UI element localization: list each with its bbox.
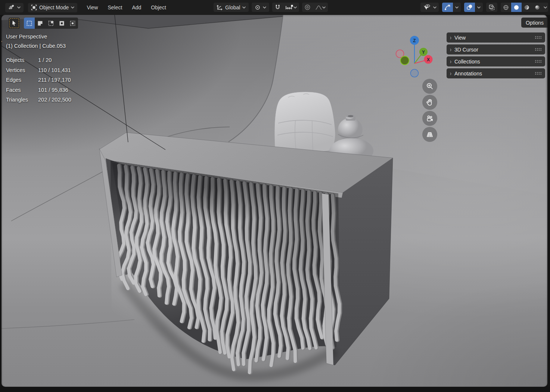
gizmo-arrow-icon (444, 4, 451, 10)
overlays-group (464, 3, 483, 12)
chevron-down-icon (17, 6, 21, 9)
shading-wireframe-button[interactable] (501, 3, 511, 12)
shading-mode-group (501, 3, 548, 12)
gizmos-dropdown[interactable] (453, 3, 461, 12)
stat-label: Vertices (6, 67, 38, 73)
visibility-eye-cursor-icon (423, 4, 431, 10)
stat-value: 202 / 202,500 (38, 97, 71, 103)
menu-view[interactable]: View (82, 3, 103, 12)
orientation-axes-icon (217, 4, 223, 10)
shading-dropdown[interactable] (543, 3, 548, 12)
stat-label: Faces (6, 87, 38, 93)
xray-toggle[interactable] (486, 3, 497, 12)
drag-grip-icon[interactable] (535, 72, 542, 75)
magnet-icon (274, 4, 281, 10)
rendered-sphere-icon (534, 4, 540, 11)
falloff-dropdown[interactable] (313, 3, 328, 12)
chevron-down-icon (293, 6, 297, 9)
stat-label: Objects (6, 57, 38, 63)
sidebar-panel-tabs: › View › 3D Cursor › Collections › Annot… (447, 32, 545, 80)
stat-value: 211 / 197,170 (38, 77, 71, 83)
chevron-down-icon (242, 6, 246, 9)
object-visibility-dropdown[interactable] (420, 3, 439, 12)
overlays-icon (466, 4, 473, 10)
sidebar-tab-collections[interactable]: › Collections (447, 56, 545, 66)
hand-icon (426, 98, 434, 106)
options-button[interactable]: Options (521, 18, 548, 28)
proportional-edit-toggle[interactable] (302, 3, 313, 12)
3d-viewport-editor-icon (8, 4, 15, 10)
transform-orientation-dropdown[interactable]: Global (214, 3, 249, 12)
grid-perspective-toggle-button[interactable] (422, 127, 437, 142)
stat-value: 101 / 95,836 (38, 87, 71, 93)
shading-solid-button[interactable] (511, 3, 522, 12)
active-tool-tweak-button[interactable] (9, 18, 20, 29)
stat-label: Triangles (6, 97, 38, 103)
expand-chevron-icon: › (450, 34, 451, 41)
pivot-point-icon (255, 4, 261, 10)
gizmo-axis-x[interactable]: X (424, 55, 433, 64)
chevron-down-icon (544, 6, 547, 9)
window-bottom-bar (0, 387, 550, 392)
drag-grip-icon[interactable] (535, 36, 542, 39)
editor-type-button[interactable] (5, 3, 24, 12)
gizmo-axis-neg-y[interactable] (401, 56, 409, 65)
select-intersect-button[interactable] (67, 18, 78, 29)
expand-chevron-icon: › (450, 46, 451, 53)
stat-label: Edges (6, 77, 38, 83)
select-mode-group (24, 18, 78, 29)
breadcrumb: (1) Collection | Cube.053 (6, 41, 71, 51)
gizmo-axis-y[interactable]: Y (419, 48, 428, 56)
orientation-label: Global (225, 4, 240, 10)
expand-chevron-icon: › (450, 70, 451, 77)
solid-sphere-icon (513, 4, 519, 11)
proportional-circle-icon (304, 4, 311, 10)
stat-value: 110 / 101,431 (38, 67, 71, 73)
select-intersect-icon (70, 21, 75, 26)
drag-grip-icon[interactable] (535, 48, 542, 51)
shading-material-button[interactable] (522, 3, 532, 12)
select-subtract-button[interactable] (46, 18, 56, 29)
shading-rendered-button[interactable] (532, 3, 543, 12)
chevron-down-icon (433, 6, 436, 9)
falloff-curve-icon (315, 4, 322, 10)
select-subtract-icon (48, 21, 54, 26)
select-invert-button[interactable] (56, 18, 67, 29)
expand-chevron-icon: › (450, 58, 451, 65)
sidebar-tab-label: View (454, 35, 466, 41)
select-set-icon (27, 21, 32, 26)
chevron-down-icon (71, 6, 74, 9)
viewport-right-border (547, 15, 550, 387)
show-overlays-toggle[interactable] (464, 3, 475, 12)
show-gizmos-toggle[interactable] (442, 3, 453, 12)
select-box-set-button[interactable] (24, 18, 35, 29)
pan-button[interactable] (422, 95, 437, 110)
sidebar-tab-label: Collections (454, 59, 480, 65)
select-extend-button[interactable] (35, 18, 46, 29)
menu-object[interactable]: Object (146, 3, 171, 12)
snap-toggle-button[interactable] (272, 3, 283, 12)
drag-grip-icon[interactable] (535, 60, 542, 63)
gizmo-axis-neg-z[interactable] (411, 69, 419, 77)
gizmo-axis-z[interactable]: Z (410, 36, 419, 45)
pivot-point-dropdown[interactable] (252, 3, 269, 12)
viewport-stats-overlay: User Perspective (1) Collection | Cube.0… (6, 32, 71, 103)
zoom-button[interactable] (422, 79, 437, 94)
magnifier-plus-icon (426, 82, 434, 90)
mode-label: Object Mode (39, 4, 69, 10)
menu-select[interactable]: Select (103, 3, 127, 12)
mode-dropdown[interactable]: Object Mode (28, 3, 77, 12)
sidebar-tab-3d-cursor[interactable]: › 3D Cursor (447, 44, 545, 55)
menu-add[interactable]: Add (127, 3, 146, 12)
camera-view-button[interactable] (422, 111, 437, 126)
sidebar-tab-annotations[interactable]: › Annotations (447, 68, 545, 78)
svg-text:Z: Z (413, 38, 416, 43)
navigation-gizmo[interactable]: Z Y X (391, 35, 438, 81)
sidebar-tab-view[interactable]: › View (447, 32, 545, 43)
cursor-arrow-icon (12, 20, 17, 26)
select-invert-icon (59, 21, 65, 26)
desk[interactable] (86, 127, 396, 377)
overlays-dropdown[interactable] (475, 3, 483, 12)
office-chair[interactable] (274, 92, 335, 153)
snap-target-dropdown[interactable] (283, 3, 299, 12)
